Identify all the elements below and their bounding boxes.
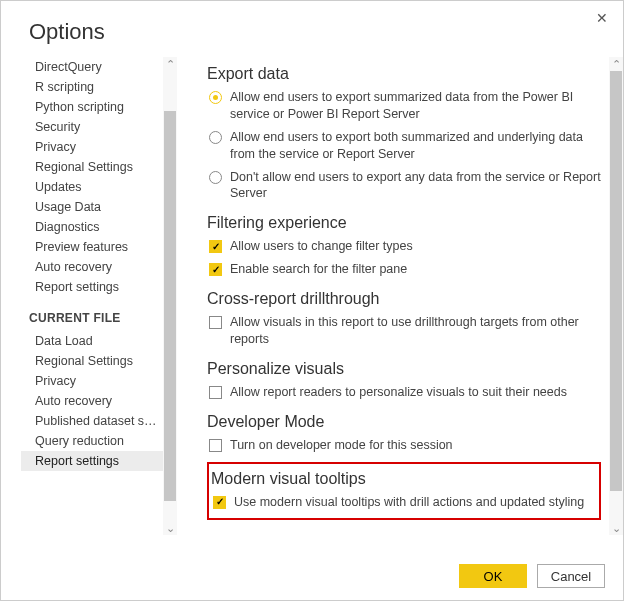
nav-header-current-file: CURRENT FILE [21, 297, 163, 331]
nav-diagnostics[interactable]: Diagnostics [21, 217, 163, 237]
tooltips-option-1[interactable]: Use modern visual tooltips with drill ac… [211, 492, 593, 515]
nav-cf-published-dataset[interactable]: Published dataset set... [21, 411, 163, 431]
nav-preview-features[interactable]: Preview features [21, 237, 163, 257]
main-pane: Export data Allow end users to export su… [181, 57, 623, 535]
option-label: Turn on developer mode for this session [230, 437, 601, 454]
option-label: Enable search for the filter pane [230, 261, 601, 278]
nav-r-scripting[interactable]: R scripting [21, 77, 163, 97]
section-filtering: Filtering experience [207, 214, 601, 232]
export-option-3[interactable]: Don't allow end users to export any data… [207, 167, 601, 207]
nav-updates[interactable]: Updates [21, 177, 163, 197]
option-label: Use modern visual tooltips with drill ac… [234, 494, 593, 511]
section-crossreport: Cross-report drillthrough [207, 290, 601, 308]
nav-cf-report-settings[interactable]: Report settings [21, 451, 163, 471]
sidebar-scrollbar[interactable]: ⌃ ⌄ [163, 57, 177, 535]
nav-privacy[interactable]: Privacy [21, 137, 163, 157]
nav-directquery[interactable]: DirectQuery [21, 57, 163, 77]
settings-panel: Export data Allow end users to export su… [207, 57, 609, 535]
nav-cf-privacy[interactable]: Privacy [21, 371, 163, 391]
option-label: Allow end users to export summarized dat… [230, 89, 601, 123]
sidebar-scroll-thumb[interactable] [164, 111, 176, 501]
checkbox-icon[interactable] [209, 263, 222, 276]
dialog-footer: OK Cancel [459, 564, 605, 588]
nav-cf-data-load[interactable]: Data Load [21, 331, 163, 351]
main-scroll-track[interactable] [609, 71, 623, 521]
nav-cf-regional-settings[interactable]: Regional Settings [21, 351, 163, 371]
filtering-option-1[interactable]: Allow users to change filter types [207, 236, 601, 259]
sidebar-scroll-track[interactable] [163, 71, 177, 521]
sidebar-list: DirectQuery R scripting Python scripting… [21, 57, 163, 535]
section-personalize: Personalize visuals [207, 360, 601, 378]
nav-regional-settings[interactable]: Regional Settings [21, 157, 163, 177]
scroll-up-icon[interactable]: ⌃ [163, 57, 177, 71]
radio-icon[interactable] [209, 91, 222, 104]
section-export-data: Export data [207, 65, 601, 83]
checkbox-icon[interactable] [209, 240, 222, 253]
checkbox-icon[interactable] [209, 439, 222, 452]
radio-icon[interactable] [209, 171, 222, 184]
personalize-option-1[interactable]: Allow report readers to personalize visu… [207, 382, 601, 405]
radio-icon[interactable] [209, 131, 222, 144]
highlight-modern-tooltips: Modern visual tooltips Use modern visual… [207, 462, 601, 521]
nav-report-settings[interactable]: Report settings [21, 277, 163, 297]
option-label: Allow report readers to personalize visu… [230, 384, 601, 401]
nav-security[interactable]: Security [21, 117, 163, 137]
checkbox-icon[interactable] [213, 496, 226, 509]
main-scroll-thumb[interactable] [610, 71, 622, 491]
developer-option-1[interactable]: Turn on developer mode for this session [207, 435, 601, 458]
nav-cf-auto-recovery[interactable]: Auto recovery [21, 391, 163, 411]
scroll-up-icon[interactable]: ⌃ [609, 57, 623, 71]
section-tooltips: Modern visual tooltips [211, 470, 593, 488]
sidebar: DirectQuery R scripting Python scripting… [21, 57, 181, 535]
content-row: DirectQuery R scripting Python scripting… [1, 57, 623, 535]
ok-button[interactable]: OK [459, 564, 527, 588]
option-label: Allow end users to export both summarize… [230, 129, 601, 163]
export-option-1[interactable]: Allow end users to export summarized dat… [207, 87, 601, 127]
close-button[interactable]: ✕ [591, 7, 613, 29]
option-label: Don't allow end users to export any data… [230, 169, 601, 203]
nav-usage-data[interactable]: Usage Data [21, 197, 163, 217]
checkbox-icon[interactable] [209, 316, 222, 329]
nav-python-scripting[interactable]: Python scripting [21, 97, 163, 117]
scroll-down-icon[interactable]: ⌄ [609, 521, 623, 535]
cancel-button[interactable]: Cancel [537, 564, 605, 588]
scroll-down-icon[interactable]: ⌄ [163, 521, 177, 535]
option-label: Allow visuals in this report to use dril… [230, 314, 601, 348]
filtering-option-2[interactable]: Enable search for the filter pane [207, 259, 601, 282]
checkbox-icon[interactable] [209, 386, 222, 399]
section-developer: Developer Mode [207, 413, 601, 431]
nav-auto-recovery[interactable]: Auto recovery [21, 257, 163, 277]
nav-cf-query-reduction[interactable]: Query reduction [21, 431, 163, 451]
main-scrollbar[interactable]: ⌃ ⌄ [609, 57, 623, 535]
option-label: Allow users to change filter types [230, 238, 601, 255]
crossreport-option-1[interactable]: Allow visuals in this report to use dril… [207, 312, 601, 352]
dialog-title: Options [1, 1, 623, 57]
export-option-2[interactable]: Allow end users to export both summarize… [207, 127, 601, 167]
